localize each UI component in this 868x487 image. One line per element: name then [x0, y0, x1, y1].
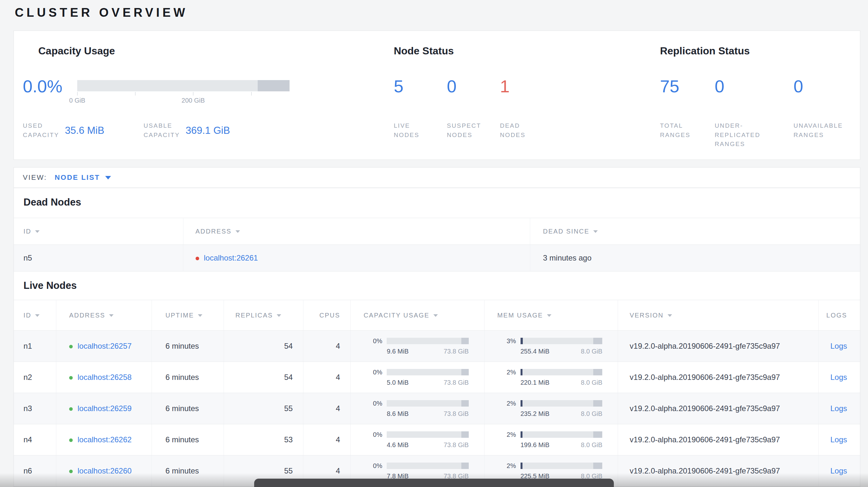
- capacity-usage-section: Capacity Usage 0.0% 0 GiB200 GiB USED CA…: [23, 45, 394, 160]
- capacity-usage-bar: [387, 369, 469, 376]
- column-header-address[interactable]: ADDRESS: [183, 218, 530, 245]
- column-header-id[interactable]: ID: [14, 218, 183, 245]
- node-address-link[interactable]: localhost:26259: [78, 404, 132, 413]
- logs-cell: Logs: [818, 393, 860, 424]
- capacity-bar-track: [77, 80, 289, 91]
- capacity-used-value: 8.6 MiB: [387, 410, 409, 418]
- mem-total-value: 8.0 GiB: [581, 348, 602, 355]
- capacity-percent: 0%: [364, 431, 382, 439]
- node-list-panel: Dead Nodes IDADDRESSDEAD SINCE n5 localh…: [13, 188, 860, 487]
- used-capacity-stat: USED CAPACITY 35.6 MiB: [23, 121, 104, 140]
- page-title: CLUSTER OVERVIEW: [15, 6, 188, 20]
- sort-desc-icon: [35, 314, 39, 317]
- live-node-row: n1 localhost:26257 6 minutes 54 4 0% 9.6…: [14, 331, 860, 362]
- logs-link[interactable]: Logs: [830, 373, 847, 382]
- logs-link[interactable]: Logs: [830, 404, 847, 413]
- column-header-capacity-usage[interactable]: CAPACITY USAGE: [351, 300, 485, 331]
- column-header-logs: LOGS: [818, 300, 860, 331]
- column-header-label: CPUS: [319, 312, 340, 319]
- sort-desc-icon: [35, 230, 39, 233]
- sort-desc-icon: [433, 314, 438, 317]
- node-id-cell: n6: [14, 455, 56, 487]
- cpus-cell: 4: [303, 362, 350, 393]
- node-address-link[interactable]: localhost:26257: [78, 342, 132, 350]
- logs-link[interactable]: Logs: [830, 342, 847, 350]
- node-address-link[interactable]: localhost:26258: [78, 373, 132, 382]
- logs-cell: Logs: [818, 455, 860, 487]
- mem-tail-segment: [593, 338, 602, 344]
- column-header-uptime[interactable]: UPTIME: [152, 300, 224, 331]
- node-id-cell: n2: [14, 362, 56, 393]
- column-header-replicas[interactable]: REPLICAS: [224, 300, 303, 331]
- axis-tick-label: 0 GiB: [69, 97, 85, 104]
- view-selected-value: NODE LIST: [55, 173, 100, 182]
- view-label: VIEW:: [23, 173, 47, 182]
- usable-capacity-stat: USABLE CAPACITY 369.1 GiB: [144, 121, 230, 140]
- node-live-status-icon: [69, 439, 73, 442]
- under-replicated-ranges-count: 0: [715, 77, 793, 95]
- mem-percent: 2%: [497, 462, 516, 469]
- dead-since-cell: 3 minutes ago: [530, 245, 860, 271]
- mem-percent: 2%: [497, 400, 516, 407]
- capacity-total-value: 73.8 GiB: [444, 379, 469, 386]
- replicas-cell: 55: [224, 393, 303, 424]
- dead-nodes-label: DEAD NODES: [500, 121, 553, 140]
- unavailable-ranges-count: 0: [793, 77, 846, 95]
- capacity-percent: 0%: [364, 337, 382, 345]
- capacity-tail-segment: [461, 462, 469, 469]
- usable-capacity-value: 369.1 GiB: [186, 125, 230, 136]
- logs-cell: Logs: [818, 362, 860, 393]
- mem-used-segment: [521, 369, 523, 376]
- column-header-id[interactable]: ID: [14, 300, 56, 331]
- mem-tail-segment: [593, 462, 602, 469]
- replicas-cell: 54: [224, 362, 303, 393]
- mem-used-segment: [521, 400, 523, 407]
- mem-usage-bar: [521, 462, 602, 469]
- mem-usage-cell: 2% 199.6 MiB 8.0 GiB: [484, 424, 618, 455]
- capacity-bar-other-segment: [258, 80, 289, 91]
- dead-nodes-stat: 1 DEAD NODES: [500, 77, 553, 140]
- uptime-cell: 6 minutes: [152, 393, 224, 424]
- capacity-usage-bar: [387, 431, 469, 438]
- column-header-label: CAPACITY USAGE: [364, 312, 430, 319]
- column-header-label: DEAD SINCE: [543, 228, 589, 235]
- capacity-usage-bar: [387, 400, 469, 407]
- node-live-status-icon: [69, 469, 73, 473]
- live-node-row: n2 localhost:26258 6 minutes 54 4 0% 5.0…: [14, 362, 860, 393]
- uptime-cell: 6 minutes: [152, 424, 224, 455]
- axis-tick-label: 200 GiB: [181, 97, 205, 104]
- dock-bar: [254, 479, 614, 487]
- node-address-link[interactable]: localhost:26261: [204, 254, 258, 262]
- mem-usage-bar: [521, 369, 602, 376]
- node-address-link[interactable]: localhost:26260: [78, 466, 132, 475]
- column-header-mem-usage[interactable]: MEM USAGE: [484, 300, 618, 331]
- version-cell: v19.2.0-alpha.20190606-2491-gfe735c9a97: [618, 393, 818, 424]
- replication-status-heading: Replication Status: [660, 45, 847, 57]
- capacity-percent: 0%: [364, 462, 382, 469]
- node-id-cell: n5: [14, 245, 183, 271]
- live-nodes-table: IDADDRESSUPTIMEREPLICASCPUSCAPACITY USAG…: [14, 300, 860, 487]
- suspect-nodes-count: 0: [447, 77, 500, 95]
- node-address-link[interactable]: localhost:26262: [78, 435, 132, 444]
- total-ranges-label: TOTAL RANGES: [660, 121, 715, 140]
- column-header-version[interactable]: VERSION: [618, 300, 818, 331]
- view-selector-dropdown[interactable]: NODE LIST: [55, 173, 111, 182]
- node-id-cell: n3: [14, 393, 56, 424]
- capacity-used-value: 9.6 MiB: [387, 348, 409, 355]
- cluster-capacity-bar: 0 GiB200 GiB: [77, 80, 289, 95]
- usable-capacity-label: USABLE CAPACITY: [144, 121, 180, 140]
- mem-usage-cell: 2% 220.1 MiB 8.0 GiB: [484, 362, 618, 393]
- column-header-cpus: CPUS: [303, 300, 350, 331]
- capacity-total-value: 73.8 GiB: [444, 410, 469, 418]
- capacity-tail-segment: [461, 431, 469, 438]
- total-ranges-stat: 75 TOTAL RANGES: [660, 77, 715, 149]
- column-header-dead-since[interactable]: DEAD SINCE: [530, 218, 860, 245]
- capacity-tail-segment: [461, 400, 469, 407]
- mem-percent: 2%: [497, 369, 516, 376]
- suspect-nodes-label: SUSPECT NODES: [447, 121, 500, 140]
- capacity-used-value: 5.0 MiB: [387, 379, 409, 386]
- mem-total-value: 8.0 GiB: [581, 410, 602, 418]
- column-header-address[interactable]: ADDRESS: [56, 300, 152, 331]
- logs-link[interactable]: Logs: [830, 466, 847, 475]
- logs-link[interactable]: Logs: [830, 435, 847, 444]
